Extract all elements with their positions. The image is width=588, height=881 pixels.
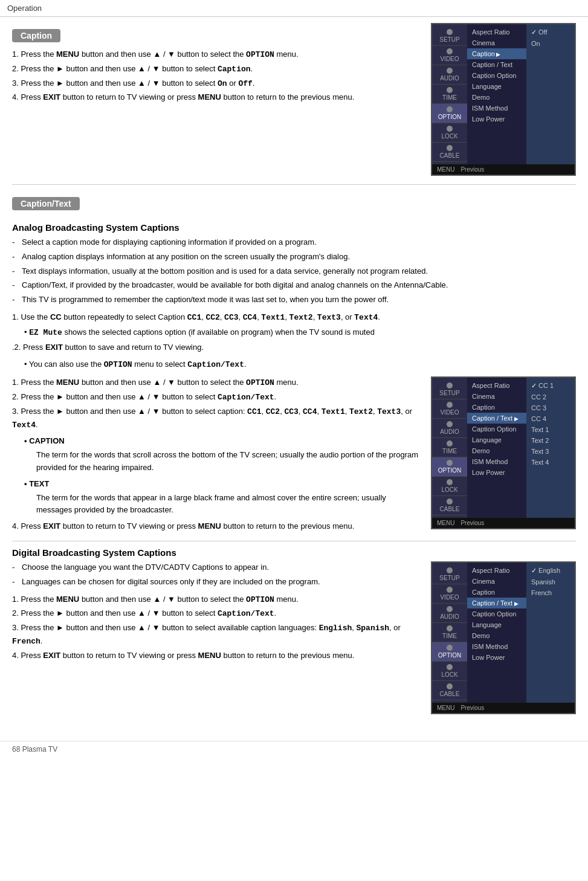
submenu2-cc1: CC 1	[526, 380, 575, 392]
sidebar2-time: TIME	[432, 438, 467, 457]
tv-menu2-main: Aspect Ratio Cinema Caption Caption / Te…	[467, 378, 526, 518]
footer3-menu: MENU	[437, 705, 454, 711]
menu2-ism: ISM Method	[467, 456, 526, 467]
analog-bullet-2: Analog caption displays information at a…	[12, 251, 576, 263]
text-term-heading: • TEXT	[24, 478, 419, 491]
digital-step-4: 4. Press EXIT button to return to TV vie…	[12, 650, 419, 662]
tv-menu1-sidebar: SETUP VIDEO AUDIO TIME OPTION LOCK CABLE	[432, 24, 467, 164]
caption-text-steps: 1. Press the MENU button and then use ▲ …	[12, 376, 419, 431]
sidebar3-setup: SETUP	[432, 565, 467, 584]
sidebar3-audio: AUDIO	[432, 604, 467, 623]
text-term-block: • TEXT The term for the words that appea…	[12, 478, 419, 517]
digital-bullet-1: Choose the language you want the DTV/CAD…	[12, 561, 419, 574]
sidebar-cable: CABLE	[432, 143, 467, 162]
sidebar-audio: AUDIO	[432, 65, 467, 85]
ez-mute-note: • EZ Mute shows the selected captions op…	[12, 326, 576, 340]
submenu2-text4: Text 4	[526, 457, 575, 468]
sidebar3-option: OPTION	[432, 642, 467, 662]
menu2-low-power: Low Power	[467, 467, 526, 478]
digital-step-3: 3. Press the ► button and then use ▲ / ▼…	[12, 622, 419, 648]
menu3-col: SETUP VIDEO AUDIO TIME OPTION LOCK CABLE…	[431, 561, 576, 714]
footer1-previous: Previous	[460, 166, 484, 173]
digital-steps: 1. Press the MENU button and then use ▲ …	[12, 593, 419, 662]
menu2-language: Language	[467, 434, 526, 445]
menu1-aspect-ratio: Aspect Ratio	[467, 27, 526, 37]
menu3-caption: Caption	[467, 587, 526, 598]
menu3-low-power: Low Power	[467, 652, 526, 663]
digital-step-2: 2. Press the ► button and then use ▲ / ▼…	[12, 607, 419, 621]
menu1-cinema: Cinema	[467, 37, 526, 48]
menu2-caption-option: Caption Option	[467, 424, 526, 434]
tv-menu-1: SETUP VIDEO AUDIO TIME OPTION LOCK CABLE…	[431, 23, 576, 176]
footer3-previous: Previous	[460, 705, 484, 711]
submenu2-text1: Text 1	[526, 424, 575, 435]
caption-term-text: The term for the words that scroll acros…	[24, 449, 419, 474]
tv-menu1-footer: MENU Previous	[432, 164, 575, 175]
submenu2-text3: Text 3	[526, 446, 575, 457]
tv-menu2-submenu: CC 1 CC 2 CC 3 CC 4 Text 1 Text 2 Text 3…	[526, 378, 575, 518]
caption-text-col: Caption 1. Press the MENU button and the…	[12, 23, 419, 108]
cc-instruction: 1. Use the CC button repeatedly to selec…	[12, 311, 576, 324]
caption-text-tag: Caption/Text	[12, 197, 80, 210]
menu2-aspect-ratio: Aspect Ratio	[467, 380, 526, 391]
menu3-cinema: Cinema	[467, 576, 526, 587]
caption-term-block: • CAPTION The term for the words that sc…	[12, 435, 419, 474]
sidebar2-option: OPTION	[432, 457, 467, 477]
submenu3-french: French	[526, 587, 575, 598]
exit-note: .2. Press EXIT button to save and return…	[12, 341, 576, 354]
sidebar-video: VIDEO	[432, 46, 467, 65]
menu1-caption-text: Caption / Text	[467, 59, 526, 70]
digital-text-col: Choose the language you want the DTV/CAD…	[12, 561, 419, 666]
submenu2-cc4: CC 4	[526, 413, 575, 424]
tv-menu-3: SETUP VIDEO AUDIO TIME OPTION LOCK CABLE…	[431, 561, 576, 714]
option-note: • You can also use the OPTION menu to se…	[12, 358, 576, 372]
page-content: Caption 1. Press the MENU button and the…	[0, 17, 588, 735]
tv-menu1-main: Aspect Ratio Cinema Caption Caption / Te…	[467, 24, 526, 164]
menu3-aspect-ratio: Aspect Ratio	[467, 565, 526, 576]
analog-heading: Analog Broadcasting System Captions	[12, 222, 576, 233]
page-header: Operation	[0, 0, 588, 17]
sidebar2-video: VIDEO	[432, 399, 467, 419]
menu1-ism: ISM Method	[467, 103, 526, 114]
tv-menu1-submenu: Off On	[526, 24, 575, 164]
ct-step-1: 1. Press the MENU button and then use ▲ …	[12, 376, 419, 390]
caption-step-3: 3. Press the ► button and then use ▲ / ▼…	[12, 77, 419, 91]
menu1-language: Language	[467, 81, 526, 92]
menu2-caption: Caption	[467, 402, 526, 413]
submenu1-off: Off	[526, 27, 575, 38]
sidebar2-setup: SETUP	[432, 380, 467, 399]
analog-bullet-1: Select a caption mode for displaying cap…	[12, 236, 576, 249]
tv-menu3-submenu: English Spanish French	[526, 563, 575, 703]
menu3-ism: ISM Method	[467, 641, 526, 652]
ct-step-4: 4. Press EXIT button to return to TV vie…	[12, 520, 419, 533]
caption-step-2: 2. Press the ► button and then use ▲ / ▼…	[12, 63, 419, 76]
caption-term-heading: • CAPTION	[24, 435, 419, 448]
submenu3-spanish: Spanish	[526, 576, 575, 587]
tv-menu-2: SETUP VIDEO AUDIO TIME OPTION LOCK CABLE…	[431, 376, 576, 529]
submenu1-on: On	[526, 38, 575, 49]
caption-step-1: 1. Press the MENU button and then use ▲ …	[12, 48, 419, 62]
sidebar2-lock: LOCK	[432, 477, 467, 496]
submenu2-text2: Text 2	[526, 435, 575, 446]
analog-bullet-4: Caption/Text, if provided by the broadca…	[12, 279, 576, 292]
footer2-previous: Previous	[460, 520, 484, 526]
menu2-col: SETUP VIDEO AUDIO TIME OPTION LOCK CABLE…	[431, 376, 576, 529]
page-footer: 68 Plasma TV	[0, 741, 588, 757]
caption-text-steps-col: 1. Press the MENU button and then use ▲ …	[12, 376, 419, 535]
tv-menu2-footer: MENU Previous	[432, 518, 575, 528]
menu2-cinema: Cinema	[467, 391, 526, 402]
caption-text-section: Caption/Text Analog Broadcasting System …	[12, 191, 576, 714]
divider-1	[12, 184, 576, 185]
sidebar3-time: TIME	[432, 623, 467, 642]
sidebar3-video: VIDEO	[432, 584, 467, 604]
menu1-low-power: Low Power	[467, 114, 526, 124]
sidebar-option: OPTION	[432, 104, 467, 123]
submenu3-english: English	[526, 565, 575, 576]
ct-step-2: 2. Press the ► button and then use ▲ / ▼…	[12, 391, 419, 404]
analog-bullet-3: Text displays information, usually at th…	[12, 265, 576, 278]
sidebar-setup: SETUP	[432, 27, 467, 46]
menu1-caption: Caption	[467, 48, 526, 59]
tv-menu3-footer: MENU Previous	[432, 703, 575, 713]
ct-step-3: 3. Press the ► button and then use ▲ / ▼…	[12, 405, 419, 432]
footer2-menu: MENU	[437, 520, 454, 526]
